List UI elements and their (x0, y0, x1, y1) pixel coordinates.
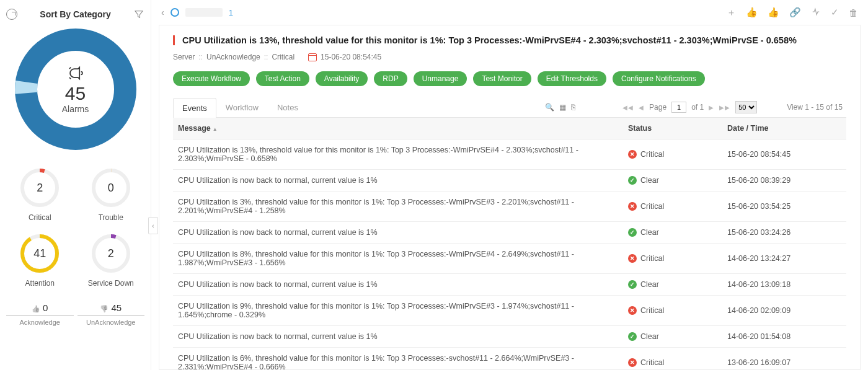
page-of: of 1 (691, 103, 704, 112)
table-row[interactable]: CPU Utilization is now back to normal, c… (173, 274, 846, 296)
alert-title: CPU Utilization is 13%, threshold value … (173, 35, 846, 45)
cell-message: CPU Utilization is 3%, threshold value f… (173, 192, 623, 221)
add-icon[interactable]: ＋ (727, 7, 736, 19)
col-message[interactable]: Message▲ (173, 118, 623, 139)
cell-status: ✓ Clear (623, 274, 722, 295)
meta-timestamp: 15-06-20 08:54:45 (321, 53, 381, 61)
acknowledge-box[interactable]: 0 Acknowledge (6, 302, 74, 326)
crumb-number[interactable]: 1 (229, 8, 233, 17)
mini-label: Critical (6, 213, 74, 222)
table-row[interactable]: CPU Utilization is 9%, threshold value f… (173, 296, 846, 326)
search-icon[interactable]: 🔍 (545, 103, 554, 112)
cell-message: CPU Utilization is 9%, threshold value f… (173, 296, 623, 325)
cell-message: CPU Utilization is now back to normal, c… (173, 170, 623, 191)
page-last-icon[interactable]: ▶▶ (719, 104, 730, 111)
page-size-select[interactable]: 50 (735, 101, 757, 113)
availability-button[interactable]: Availability (316, 71, 368, 86)
cell-status: ✓ Clear (623, 326, 722, 347)
col-date[interactable]: Date / Time (722, 118, 846, 139)
calendar-icon (308, 53, 317, 61)
table-row[interactable]: CPU Utilization is now back to normal, c… (173, 326, 846, 348)
cell-date: 15-06-20 03:24:26 (722, 222, 846, 243)
mini-label: Service Down (78, 279, 145, 288)
filter-icon[interactable] (133, 9, 144, 20)
ack-count: 0 (43, 302, 48, 313)
tab-workflow[interactable]: Workflow (216, 97, 268, 117)
mini-count: 2 (108, 247, 114, 260)
cell-status: ✕ Critical (623, 248, 722, 269)
table-row[interactable]: CPU Utilization is now back to normal, c… (173, 170, 846, 192)
critical-icon: ✕ (628, 306, 637, 315)
cell-status: ✕ Critical (623, 300, 722, 321)
mini-donut-critical[interactable]: 2 Critical (6, 164, 74, 226)
unmanage-button[interactable]: Unmanage (414, 71, 467, 86)
activity-icon[interactable] (811, 7, 821, 18)
mini-count: 2 (37, 182, 43, 195)
view-counter: View 1 - 15 of 15 (787, 103, 843, 112)
cell-date: 14-06-20 02:09:09 (722, 300, 846, 321)
tab-events[interactable]: Events (173, 98, 216, 118)
clear-icon: ✓ (628, 280, 637, 289)
cell-date: 15-06-20 08:39:29 (722, 170, 846, 191)
export-icon[interactable]: ⎘ (571, 103, 575, 112)
columns-icon[interactable]: ▦ (559, 103, 566, 112)
table-row[interactable]: CPU Utilization is 13%, threshold value … (173, 139, 846, 170)
meta-severity: Critical (272, 53, 294, 61)
rdp-button[interactable]: RDP (374, 71, 407, 86)
cell-status: ✕ Critical (623, 196, 722, 217)
alert-meta: Server :: UnAcknowledge :: Critical 15-0… (173, 53, 846, 61)
thumb-up-outline-icon[interactable]: 👍 (746, 7, 758, 18)
sidebar: Sort By Category 45 Alarms 2 Critical (0, 0, 151, 370)
cell-message: CPU Utilization is 13%, threshold value … (173, 139, 623, 169)
cell-date: 14-06-20 13:24:27 (722, 248, 846, 269)
table-row[interactable]: CPU Utilization is 6%, threshold value f… (173, 348, 846, 369)
critical-icon: ✕ (628, 202, 637, 211)
nav-back-icon[interactable]: ‹ (161, 7, 164, 17)
unacknowledge-box[interactable]: 45 UnAcknowledge (78, 302, 145, 326)
edit-thresholds-button[interactable]: Edit Thresholds (538, 71, 606, 86)
cell-message: CPU Utilization is 8%, threshold value f… (173, 244, 623, 273)
mini-donut-attention[interactable]: 41 Attention (6, 229, 74, 291)
mini-label: Trouble (78, 213, 145, 222)
thumb-down-icon (100, 302, 108, 313)
page-first-icon[interactable]: ◀◀ (622, 104, 634, 111)
mini-donut-trouble[interactable]: 0 Trouble (78, 164, 145, 226)
cell-date: 13-06-20 16:09:07 (722, 352, 846, 369)
page-input[interactable] (671, 102, 686, 113)
page-next-icon[interactable]: ▶ (709, 104, 714, 111)
alarm-label: Alarms (62, 104, 89, 114)
ack-label: Acknowledge (6, 319, 74, 326)
cell-date: 14-06-20 01:54:08 (722, 326, 846, 347)
table-row[interactable]: CPU Utilization is 3%, threshold value f… (173, 192, 846, 222)
link-icon[interactable]: 🔗 (789, 7, 801, 18)
cell-date: 14-06-20 13:09:18 (722, 274, 846, 295)
clock-icon[interactable] (6, 9, 17, 20)
page-label: Page (649, 103, 666, 112)
tab-notes[interactable]: Notes (268, 97, 308, 117)
test-monitor-button[interactable]: Test Monitor (473, 71, 531, 86)
table-row[interactable]: CPU Utilization is now back to normal, c… (173, 222, 846, 244)
mini-donut-service-down[interactable]: 2 Service Down (78, 229, 145, 291)
mini-count: 41 (33, 247, 46, 260)
table-row[interactable]: CPU Utilization is 8%, threshold value f… (173, 244, 846, 274)
page-prev-icon[interactable]: ◀ (639, 104, 644, 111)
test-action-button[interactable]: Test Action (256, 71, 309, 86)
sidebar-collapse-handle[interactable]: ‹ (148, 217, 158, 234)
alarm-count: 45 (62, 83, 89, 104)
check-icon[interactable]: ✓ (831, 7, 839, 18)
cell-message: CPU Utilization is now back to normal, c… (173, 222, 623, 243)
critical-icon: ✕ (628, 150, 637, 159)
cell-status: ✕ Critical (623, 144, 722, 165)
logo-icon (170, 8, 179, 17)
crumb-placeholder (185, 8, 223, 17)
sort-asc-icon: ▲ (213, 126, 218, 132)
critical-icon: ✕ (628, 254, 637, 263)
thumb-up-filled-icon[interactable]: 👍 (768, 7, 779, 18)
configure-notifications-button[interactable]: Configure Notifications (613, 71, 705, 86)
trash-icon[interactable]: 🗑 (849, 7, 858, 18)
mini-label: Attention (6, 279, 74, 288)
col-status[interactable]: Status (623, 118, 722, 139)
alarms-donut[interactable]: 45 Alarms (14, 27, 138, 151)
sort-title[interactable]: Sort By Category (22, 9, 128, 19)
execute-workflow-button[interactable]: Execute Workflow (173, 71, 250, 86)
